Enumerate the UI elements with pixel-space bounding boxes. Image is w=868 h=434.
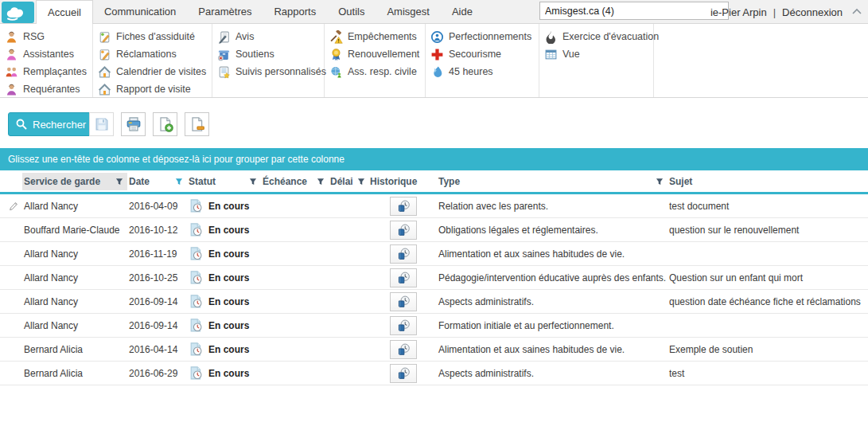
cell-delai: [329, 314, 368, 337]
column-header-date[interactable]: Date: [127, 173, 187, 190]
cell-sujet: question sur le renouvellement: [668, 218, 868, 241]
filter-icon-delai[interactable]: [356, 177, 366, 186]
cell-type: Pédagogie/intervention éducative auprès …: [437, 266, 668, 289]
ribbon-item-rsg[interactable]: RSG: [5, 28, 92, 45]
group-by-panel[interactable]: Glissez une en-tête de colonne et dépose…: [0, 148, 868, 170]
filter-icon-statut[interactable]: [248, 177, 258, 186]
ribbon-item-secourisme[interactable]: Secourisme: [430, 45, 539, 63]
cell-service-de-garde: Allard Nancy: [22, 266, 127, 289]
column-header-service-de-garde[interactable]: Service de garde: [22, 173, 127, 190]
logout-link[interactable]: Déconnexion: [782, 6, 843, 18]
badge-training-icon: [430, 30, 444, 44]
tab-accueil[interactable]: Accueil: [36, 0, 93, 25]
cell-historique: [368, 194, 437, 217]
cell-statut: En cours: [187, 338, 261, 361]
ribbon-item-ass-resp-civile[interactable]: Ass. resp. civile: [329, 63, 425, 80]
cell-date: 2016-09-14: [127, 314, 187, 337]
cell-statut: En cours: [187, 242, 261, 265]
ribbon-item-reclamations[interactable]: Réclamations: [98, 45, 212, 63]
table-row[interactable]: Allard Nancy2016-09-14En coursFormation …: [0, 314, 868, 338]
ribbon-item-suivis-personnalises[interactable]: Suivis personnalisés: [217, 63, 324, 80]
column-header-statut[interactable]: Statut: [187, 173, 261, 190]
column-header-sujet[interactable]: Sujet: [668, 173, 868, 190]
table-row[interactable]: Allard Nancy2016-11-19En coursAlimentati…: [0, 242, 868, 266]
table-row[interactable]: Allard Nancy2016-10-25En coursPédagogie/…: [0, 266, 868, 290]
filter-icon-service-de-garde[interactable]: [115, 177, 124, 186]
cell-sujet: test: [668, 362, 868, 385]
filter-icon-date[interactable]: [174, 177, 184, 186]
ribbon-item-requerantes[interactable]: Requérantes: [5, 80, 92, 98]
ribbon-item-rapport-de-visite[interactable]: Rapport de visite: [98, 80, 212, 98]
remove-record-button[interactable]: [185, 112, 209, 136]
search-button[interactable]: Rechercher: [8, 112, 96, 136]
ribbon-item-remplacantes[interactable]: Remplaçantes: [5, 63, 92, 80]
tab-outils[interactable]: Outils: [327, 0, 376, 24]
history-button[interactable]: [390, 316, 417, 335]
ribbon-tab-bar: AccueilCommunicationParamètresRapportsOu…: [0, 0, 868, 24]
tab-amisgest[interactable]: Amisgest: [376, 0, 440, 24]
data-grid: Service de gardeDateStatutÉchéanceDélaiH…: [0, 170, 868, 385]
ribbon-item-45-heures[interactable]: 45 heures: [430, 63, 539, 80]
history-icon: [397, 247, 411, 260]
column-header-label: Échéance: [263, 176, 307, 187]
ribbon-item-soutiens[interactable]: Soutiens: [217, 45, 324, 63]
history-button[interactable]: [390, 221, 417, 240]
filter-icon-type[interactable]: [655, 177, 664, 186]
tab-rapports[interactable]: Rapports: [263, 0, 327, 24]
table-row[interactable]: Bernard Alicia2016-04-14En coursAlimenta…: [0, 338, 868, 362]
user-name: ie-Pier Arpin: [710, 6, 767, 18]
ribbon-item-empechements[interactable]: Empêchements: [329, 28, 425, 45]
ribbon-item-vue[interactable]: Vue: [544, 45, 653, 63]
history-button[interactable]: [390, 364, 417, 383]
ribbon-item-calendrier-de-visites[interactable]: Calendrier de visites: [98, 63, 212, 80]
history-button[interactable]: [390, 268, 417, 287]
column-header-echeance[interactable]: Échéance: [261, 173, 329, 190]
tab-parametres[interactable]: Paramètres: [187, 0, 263, 24]
ribbon-item-fiches-d-assiduite[interactable]: Fiches d'assiduité: [98, 28, 212, 45]
add-record-button[interactable]: [153, 112, 177, 136]
ribbon-item-label: Exercice d'évacuation: [562, 31, 667, 42]
ribbon-item-perfectionnements[interactable]: Perfectionnements: [430, 28, 539, 45]
table-row[interactable]: Bouffard Marie-Claude2016-10-12En coursO…: [0, 218, 868, 242]
app-logo-icon[interactable]: [2, 2, 34, 23]
history-button[interactable]: [390, 197, 417, 216]
save-button[interactable]: [89, 112, 114, 136]
history-button[interactable]: [390, 292, 417, 311]
tab-aide[interactable]: Aide: [441, 0, 484, 24]
column-header-type[interactable]: Type: [437, 173, 668, 190]
cell-type: Aspects administratifs.: [437, 362, 668, 385]
column-header-label: Statut: [189, 176, 216, 187]
table-row[interactable]: Bernard Alicia2016-06-29En coursAspects …: [0, 362, 868, 385]
cell-sujet: Question sur un enfant qui mort: [668, 266, 868, 289]
cell-sujet: [668, 242, 868, 265]
page-minus-icon: [189, 116, 205, 132]
table-row[interactable]: Allard Nancy2016-09-14En coursAspects ad…: [0, 290, 868, 314]
ribbon-item-label: Fiches d'assiduité: [116, 31, 203, 42]
save-icon: [94, 116, 110, 132]
ribbon-item-assistantes[interactable]: Assistantes: [5, 45, 92, 63]
ribbon-item-label: Vue: [562, 49, 588, 60]
cell-sujet: question date échéance fiche et réclamat…: [668, 290, 868, 313]
cell-historique: [368, 314, 437, 337]
ribbon-item-exercice-d-evacuation[interactable]: Exercice d'évacuation: [544, 28, 653, 45]
ribbon-group-2: Fiches d'assiduitéRéclamationsCalendrier…: [93, 24, 212, 97]
collapse-ribbon-icon[interactable]: [850, 6, 863, 18]
ribbon-group-5: PerfectionnementsSecourisme45 heures: [426, 24, 539, 97]
table-row[interactable]: Allard Nancy2016-04-09En coursRelation a…: [0, 194, 868, 218]
column-header-delai[interactable]: Délai: [329, 173, 368, 190]
ribbon-item-label: Rapport de visite: [116, 84, 199, 95]
page-pen-icon: [217, 30, 231, 44]
column-header-historique[interactable]: Historique: [368, 173, 437, 190]
account-selector[interactable]: [539, 2, 729, 20]
ribbon-item-avis[interactable]: Avis: [217, 28, 324, 45]
column-header-label: Historique: [370, 176, 417, 187]
history-button[interactable]: [390, 244, 417, 264]
ribbon-item-renouvellement[interactable]: Renouvellement: [329, 45, 425, 63]
tab-communication[interactable]: Communication: [93, 0, 187, 24]
history-icon: [397, 295, 411, 308]
history-button[interactable]: [390, 340, 417, 359]
status-clock-page-icon: [189, 366, 204, 381]
print-button[interactable]: [121, 112, 146, 136]
cell-echeance: [261, 242, 329, 265]
filter-icon-echeance[interactable]: [316, 177, 325, 186]
